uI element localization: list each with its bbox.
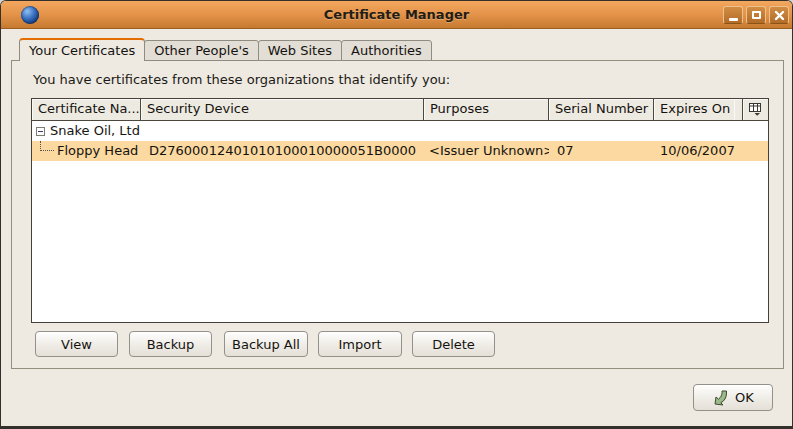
maximize-icon xyxy=(752,11,761,19)
table-header: Certificate Na... Security Device Purpos… xyxy=(32,99,768,121)
window-title: Certificate Manager xyxy=(1,7,792,22)
cell-serial-number: 07 xyxy=(549,141,654,161)
column-picker-button[interactable] xyxy=(742,99,768,121)
minimize-button[interactable] xyxy=(723,6,743,24)
tab-label: Web Sites xyxy=(268,43,332,58)
tab-bar: Your Certificates Other People's Web Sit… xyxy=(19,38,431,61)
ok-button[interactable]: OK xyxy=(693,384,773,411)
ok-button-label: OK xyxy=(735,390,754,405)
certificate-manager-window: Certificate Manager Your Certificates Ot… xyxy=(0,0,793,429)
column-picker-icon xyxy=(749,103,762,116)
minimize-icon xyxy=(729,18,738,21)
column-header-filler xyxy=(734,99,742,121)
tab-label: Authorities xyxy=(351,43,422,58)
table-row-snake-oil-ltd[interactable]: Snake Oil, Ltd xyxy=(32,121,768,141)
certificate-name: Floppy Head xyxy=(57,141,138,161)
column-header-expires-on[interactable]: Expires On xyxy=(654,99,734,121)
group-name: Snake Oil, Ltd xyxy=(50,121,140,141)
view-button[interactable]: View xyxy=(35,331,118,357)
tree-branch-line xyxy=(40,141,54,151)
tab-label: Other People's xyxy=(154,43,249,58)
close-button[interactable] xyxy=(769,6,789,24)
close-icon xyxy=(774,10,785,21)
certificates-table: Certificate Na... Security Device Purpos… xyxy=(31,98,769,323)
window-controls xyxy=(723,6,789,24)
cell-expires-on: 10/06/2007 xyxy=(654,141,734,161)
cell-certificate-name: Floppy Head xyxy=(32,141,141,161)
column-header-serial-number[interactable]: Serial Number xyxy=(549,99,654,121)
tab-authorities[interactable]: Authorities xyxy=(341,40,432,61)
column-header-security-device[interactable]: Security Device xyxy=(141,99,424,121)
titlebar[interactable]: Certificate Manager xyxy=(1,1,792,29)
import-button[interactable]: Import xyxy=(318,331,402,357)
tab-other-peoples[interactable]: Other People's xyxy=(144,40,259,61)
tab-web-sites[interactable]: Web Sites xyxy=(258,40,342,61)
column-header-certificate-name[interactable]: Certificate Na... xyxy=(32,99,141,121)
backup-all-button[interactable]: Backup All xyxy=(224,331,308,357)
column-header-purposes[interactable]: Purposes xyxy=(424,99,549,121)
tab-label: Your Certificates xyxy=(29,43,135,58)
tab-your-certificates[interactable]: Your Certificates xyxy=(19,38,145,61)
backup-button[interactable]: Backup xyxy=(129,331,212,357)
cell-security-device: D27600012401010100010000051B0000 xyxy=(141,141,424,161)
maximize-button[interactable] xyxy=(746,6,766,24)
ok-green-arrow-icon xyxy=(712,390,730,406)
cell-purposes: <Issuer Unknown> xyxy=(424,141,549,161)
collapse-expander-icon[interactable] xyxy=(36,127,45,136)
panel-description: You have certificates from these organiz… xyxy=(33,72,450,87)
table-row-floppy-head[interactable]: Floppy Head D27600012401010100010000051B… xyxy=(32,141,768,161)
delete-button[interactable]: Delete xyxy=(412,331,495,357)
